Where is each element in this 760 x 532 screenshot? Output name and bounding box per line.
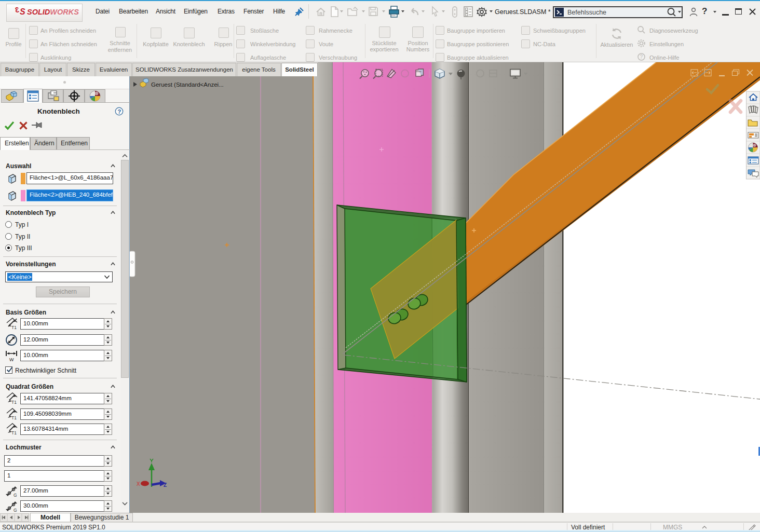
svg-text:?: ? <box>118 108 121 115</box>
svg-text:T1: T1 <box>11 430 17 435</box>
svg-text:T1: T1 <box>11 415 17 420</box>
svg-text:G: G <box>13 508 17 513</box>
svg-text:T1: T1 <box>11 325 17 330</box>
svg-text:S: S <box>20 7 25 16</box>
svg-text:SOLIDWORKS: SOLIDWORKS <box>27 8 79 16</box>
svg-text:W: W <box>9 357 14 362</box>
svg-text:3: 3 <box>15 6 19 14</box>
svg-text:Z: Z <box>164 482 167 488</box>
svg-text:X: X <box>137 481 140 487</box>
svg-text:Geruest (Standard<Anzei...: Geruest (Standard<Anzei... <box>151 81 224 88</box>
svg-text:?: ? <box>640 54 643 60</box>
svg-text:G: G <box>13 493 17 498</box>
svg-text:T1: T1 <box>11 400 17 405</box>
